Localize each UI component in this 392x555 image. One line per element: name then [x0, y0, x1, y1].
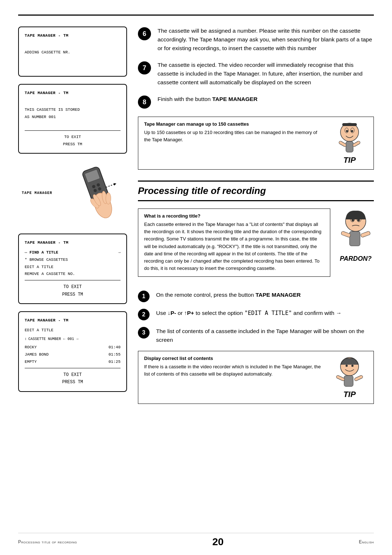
step-lower-3: 3 The list of contents of a cassette inc…	[138, 327, 374, 344]
svg-rect-36	[354, 375, 363, 381]
tip-label-upper: TIP	[343, 155, 356, 165]
step-8: 8 Finish with the button TAPE MANAGER	[138, 95, 374, 109]
info-section: What is a recording title? Each cassette…	[138, 208, 374, 283]
screen-2-line2: THIS CASSETTE IS STORED	[25, 106, 121, 114]
tip-row-upper: Tape Manager can manage up to 150 casset…	[144, 121, 368, 165]
screen-5: TAPE MANAGER - TM EDIT A TITLE ↕ CASSETT…	[18, 311, 127, 392]
step-lower-1: 1 On the remote control, press the butto…	[138, 291, 374, 302]
tip-content-lower: Display correct list of contents If ther…	[144, 356, 324, 377]
screen-1-line3	[25, 56, 121, 64]
screen-1-title: TAPE MANAGER - TM	[25, 32, 121, 39]
info-title: What is a recording title?	[144, 213, 324, 219]
screen-2-line3: AS NUMBER 001	[25, 114, 121, 121]
screen-4-divider	[25, 280, 121, 280]
step-lower-1-text: On the remote control, press the button …	[156, 291, 374, 299]
info-text: Each cassette entered in the Tape Manage…	[144, 221, 324, 272]
step-lower-2-text: Use ↓P- or ↑P+ to select the option "EDI…	[156, 309, 374, 317]
screen-5-rocky-time: 01:40	[109, 344, 121, 351]
pardon-label: PARDON?	[340, 255, 372, 263]
step-lower-1-number: 1	[138, 291, 150, 302]
screen-5-exit: TO EXIT	[25, 371, 121, 378]
screen-5-bottom: TO EXIT PRESS TM	[25, 371, 121, 386]
tip-text-upper: Up to 150 cassettes or up to 210 recordi…	[144, 129, 324, 143]
screen-2-exit: TO EXIT	[25, 134, 121, 141]
svg-rect-20	[346, 141, 353, 152]
screen-2-line1	[25, 100, 121, 107]
top-border	[18, 15, 374, 16]
screen-5-divider	[25, 368, 121, 368]
svg-rect-35	[336, 375, 345, 381]
screen-4-item2: * BROWSE CASSETTES	[25, 256, 121, 264]
screen-1-content: ADDING CASSETTE NR.	[25, 42, 121, 71]
footer: Processing title of recording 20 English	[18, 533, 374, 548]
svg-line-12	[106, 184, 115, 187]
step-8-text: Finish with the button TAPE MANAGER	[158, 95, 374, 104]
tip-row-lower: Display correct list of contents If ther…	[144, 356, 368, 399]
screen-4-item1: ↔ FIND A TITLE →	[25, 249, 121, 256]
step-lower-2-number: 2	[138, 309, 150, 320]
svg-rect-22	[352, 141, 360, 147]
step-6-text: The cassette will be assigned a number. …	[158, 27, 374, 53]
screen-2-title: TAPE MANAGER - TM	[25, 90, 121, 97]
step-6-number: 6	[138, 27, 151, 40]
svg-point-11	[106, 193, 111, 204]
screen-2-bottom: TO EXIT PRESS TM	[25, 134, 121, 148]
section-text: What is a recording title? Each cassette…	[138, 208, 330, 283]
step-7-text: The cassette is ejected. The video recor…	[158, 61, 374, 87]
screen-4-bottom: TO EXIT PRESS TM	[25, 283, 121, 298]
svg-point-18	[351, 130, 353, 132]
footer-center: 20	[212, 536, 224, 548]
character-svg-lower	[335, 356, 364, 388]
screen-5-bond-time: 01:55	[109, 351, 121, 358]
svg-rect-34	[344, 376, 353, 386]
screen-5-subtitle: EDIT A TITLE	[25, 327, 121, 334]
step-8-number: 8	[138, 96, 151, 109]
character-tip-upper: TIP	[331, 121, 368, 165]
svg-rect-28	[350, 231, 360, 246]
tip-title-upper: Tape Manager can manage up to 150 casset…	[144, 121, 324, 127]
screen-1-line	[25, 42, 121, 49]
svg-marker-13	[114, 182, 117, 186]
step-lower-3-text: The list of contents of a cassette inclu…	[156, 327, 374, 344]
step-lower-2-p-plus: ↑P+	[184, 310, 194, 316]
step-lower-3-number: 3	[138, 327, 150, 339]
screen-5-content: EDIT A TITLE ↕ CASSETTE NUMBER ← 001 → R…	[25, 327, 121, 366]
screen-4-press: PRESS TM	[25, 291, 121, 298]
left-column: TAPE MANAGER - TM ADDING CASSETTE NR. TA…	[18, 27, 127, 410]
footer-right: English	[359, 539, 374, 544]
screen-5-entry3: EMPTY 01:25	[25, 358, 121, 366]
svg-rect-29	[341, 231, 351, 238]
footer-left: Processing title of recording	[18, 539, 77, 544]
screen-4-exit: TO EXIT	[25, 283, 121, 291]
screen-4-title: TAPE MANAGER - TM	[25, 239, 121, 246]
character-tip-lower: TIP	[331, 356, 368, 399]
character-pardon: PARDON?	[338, 208, 374, 283]
tip-title-lower: Display correct list of contents	[144, 356, 324, 361]
screen-5-rocky: ROCKY	[25, 344, 37, 351]
step-lower-1-bold: TAPE MANAGER	[256, 292, 301, 298]
screen-2-wrapper: TAPE MANAGER - TM THIS CASSETTE IS STORE…	[18, 84, 127, 154]
screen-2-divider	[25, 130, 121, 131]
screen-5-empty-time: 01:25	[109, 358, 121, 366]
screen-5-arrow-ud: ↕	[25, 336, 27, 343]
screen-4-arrow-left: ↔ FIND A TITLE	[25, 249, 58, 256]
screen-4-item4: REMOVE A CASSETTE NO.	[25, 271, 121, 278]
tip-label-lower: TIP	[343, 390, 356, 399]
step-lower-2-code: "EDIT A TITLE"	[244, 310, 292, 316]
screen-1: TAPE MANAGER - TM ADDING CASSETTE NR.	[18, 27, 127, 77]
tip-box-lower: Display correct list of contents If ther…	[138, 351, 374, 404]
steps-lower: 1 On the remote control, press the butto…	[138, 291, 374, 344]
screen-2-content: THIS CASSETTE IS STORED AS NUMBER 001 TO…	[25, 100, 121, 148]
step-lower-2-p-minus: ↓P-	[168, 310, 176, 316]
screen-5-entry1: ROCKY 01:40	[25, 344, 121, 351]
screen-1-line4	[25, 64, 121, 71]
content-area: TAPE MANAGER - TM ADDING CASSETTE NR. TA…	[18, 27, 374, 410]
screen-2-press: PRESS TM	[25, 141, 121, 148]
screen-5-wrapper: TAPE MANAGER - TM EDIT A TITLE ↕ CASSETT…	[18, 311, 127, 392]
svg-point-33	[351, 365, 354, 367]
svg-rect-21	[338, 141, 347, 147]
tape-manager-remote-label: TAPE MANAGER	[22, 191, 73, 195]
step-7: 7 The cassette is ejected. The video rec…	[138, 61, 374, 87]
character-pardon-svg	[339, 208, 372, 252]
page: TAPE MANAGER - TM ADDING CASSETTE NR. TA…	[0, 0, 392, 555]
